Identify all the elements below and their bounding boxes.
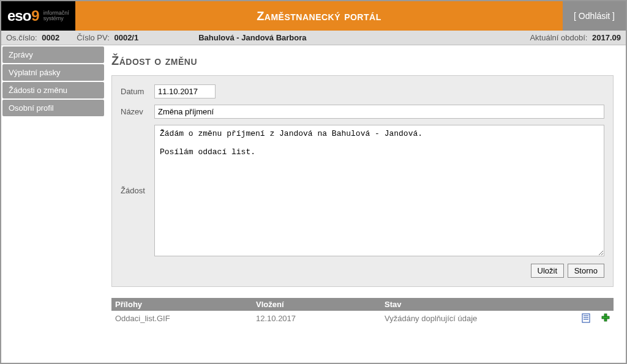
name-input[interactable] — [154, 105, 604, 119]
col-name-header: Přílohy — [115, 300, 256, 309]
request-form: Datum Název Žádost Uložit Storno — [111, 75, 614, 287]
period-label: Aktuální období: — [530, 33, 587, 42]
svg-rect-0 — [582, 314, 590, 322]
attachment-row: Oddaci_list.GIF 12.10.2017 Vyžádány dopl… — [111, 311, 614, 325]
logo-subtitle: informační systémy — [43, 10, 69, 21]
sidebar-item-osobni-profil[interactable]: Osobní profil — [2, 100, 104, 116]
attachments-header: Přílohy Vložení Stav — [111, 298, 614, 311]
request-textarea[interactable] — [154, 125, 604, 256]
sidebar-item-zadosti-o-zmenu[interactable]: Žádosti o změnu — [2, 82, 104, 98]
logo: eso9 informační systémy — [1, 1, 75, 31]
add-attachment-icon[interactable] — [601, 313, 610, 323]
request-label: Žádost — [121, 186, 154, 195]
svg-rect-5 — [602, 316, 609, 319]
app-header: eso9 informační systémy Zaměstnanecký po… — [1, 1, 626, 31]
col-status-header: Stav — [385, 300, 567, 309]
logo-text-main: eso — [7, 7, 31, 24]
info-bar: Os.číslo: 0002 Číslo PV: 0002/1 Bahulová… — [1, 31, 626, 45]
sidebar-item-zpravy[interactable]: Zprávy — [2, 46, 104, 63]
name-label: Název — [121, 107, 154, 116]
cancel-button[interactable]: Storno — [568, 264, 604, 278]
cislopv-value: 0002/1 — [114, 33, 138, 42]
attachment-status: Vyžádány doplňující údaje — [385, 314, 567, 323]
date-input[interactable] — [154, 84, 216, 98]
attachment-date: 12.10.2017 — [256, 314, 385, 323]
cislopv-label: Číslo PV: — [77, 33, 110, 42]
oscislo-value: 0002 — [42, 33, 59, 42]
employee-name: Bahulová - Jandová Barbora — [198, 33, 306, 42]
main-content: Žádost o změnu Datum Název Žádost Uložit… — [105, 45, 626, 363]
attachments-section: Přílohy Vložení Stav Oddaci_list.GIF 12.… — [111, 298, 614, 325]
date-label: Datum — [121, 87, 154, 96]
sidebar: Zprávy Výplatní pásky Žádosti o změnu Os… — [1, 45, 105, 363]
save-button[interactable]: Uložit — [531, 264, 565, 278]
page-title: Žádost o změnu — [111, 54, 614, 68]
col-date-header: Vložení — [256, 300, 385, 309]
logout-button[interactable]: [ Odhlásit ] — [563, 1, 626, 31]
app-title: Zaměstnanecký portál — [75, 1, 563, 31]
oscislo-label: Os.číslo: — [6, 33, 37, 42]
sidebar-item-vyplatni-pasky[interactable]: Výplatní pásky — [2, 64, 104, 81]
document-icon[interactable] — [582, 313, 590, 323]
attachment-name[interactable]: Oddaci_list.GIF — [115, 314, 256, 323]
period-value: 2017.09 — [592, 33, 621, 42]
logo-text-accent: 9 — [31, 7, 39, 24]
